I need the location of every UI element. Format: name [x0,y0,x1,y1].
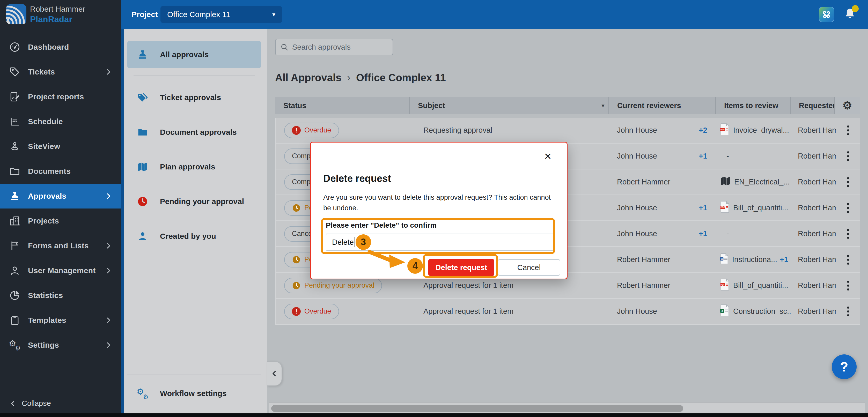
kebab-menu-icon[interactable] [845,200,851,215]
more-reviewers-badge[interactable]: +1 [699,152,707,160]
sidebar-item-document-approvals[interactable]: Document approvals [127,119,261,146]
requester-cell: Robert Hammer [792,229,836,238]
workflow-gears-icon: ⚙⚙ [137,387,149,399]
sidebar-item-tickets[interactable]: Tickets [0,60,121,84]
table-row[interactable]: !OverdueApproval request for 1 itemJohn … [276,299,860,325]
delete-request-button[interactable]: Delete request [428,259,494,276]
items-to-review-cell: EN_Electrical_... [717,175,792,189]
item-file-name[interactable]: Bill_of_quantiti... [733,281,788,290]
kebab-menu-icon[interactable] [845,304,851,319]
sidebar-item-user-management[interactable]: User Management [0,258,121,283]
more-reviewers-badge[interactable]: +1 [699,203,707,212]
planradar-logo-icon[interactable] [6,4,26,24]
sidebar-item-label: Schedule [28,117,63,126]
requester-cell: Robert Hammer [792,126,836,134]
subject-cell[interactable]: Approval request for 1 item [410,307,610,316]
item-file-name[interactable]: EN_Electrical_... [734,178,789,186]
delete-request-modal: ✕ Delete request Are you sure you want t… [310,142,567,279]
kebab-menu-icon[interactable] [845,174,851,189]
scrollbar-thumb[interactable] [271,405,683,412]
sidebar-item-projects[interactable]: Projects [0,208,121,233]
sidebar-item-siteview[interactable]: SiteView [0,134,121,159]
project-selector-value: Office Complex 11 [167,10,230,19]
search-box[interactable] [275,39,393,55]
column-header-current-reviewers[interactable]: Current reviewers [609,97,716,114]
sidebar-collapse-button[interactable]: Collapse [9,399,51,408]
horizontal-scrollbar[interactable] [269,403,865,413]
more-reviewers-badge[interactable]: +1 [699,229,707,238]
overdue-alert-icon: ! [292,126,301,135]
help-button[interactable]: ? [832,354,857,379]
more-reviewers-badge[interactable]: +2 [699,126,707,134]
item-file-name[interactable]: Invoice_drywal... [733,126,789,134]
notifications-bell-icon[interactable] [843,7,858,22]
table-row[interactable]: !OverdueRequesting approvalJohn House+2P… [276,118,860,143]
chevron-right-icon [104,192,112,200]
column-header-subject[interactable]: Subject ▾ [410,97,609,114]
sidebar-item-schedule[interactable]: Schedule [0,109,121,134]
chevron-right-icon: › [347,72,350,83]
item-file-name[interactable]: Construction_sc... [733,307,792,316]
project-selector[interactable]: Office Complex 11 ▾ [160,6,282,23]
status-badge: !Overdue [284,123,339,138]
svg-text:PDF: PDF [720,284,725,286]
kebab-menu-icon[interactable] [845,149,851,163]
pending-clock-icon [292,255,301,264]
gauge-icon [9,41,21,53]
items-to-review-cell: PDFBill_of_quantiti... [717,201,792,215]
sidebar-item-documents[interactable]: Documents [0,159,121,184]
sidebar-item-approvals[interactable]: Approvals [0,184,121,208]
sidebar-item-workflow-settings[interactable]: ⚙⚙ Workflow settings [127,380,261,407]
item-file-name[interactable]: Bill_of_quantiti... [733,203,788,212]
sidebar-item-label: Project reports [28,92,84,101]
chevron-right-icon [104,242,112,250]
sidebar-item-all-approvals[interactable]: All approvals [127,41,261,68]
reviewers-cell: Robert Hammer [610,281,717,290]
reviewer-name: Robert Hammer [617,255,670,264]
sidebar-item-forms-and-lists[interactable]: Forms and Lists [0,233,121,258]
reviewer-name: Robert Hammer [617,178,670,186]
brand-name: PlanRadar [30,14,72,24]
chevron-right-icon [104,68,112,76]
sidebar-item-templates[interactable]: Templates [0,308,121,333]
sidebar-item-statistics[interactable]: Statistics [0,283,121,308]
reviewers-cell: John House+1 [610,152,717,160]
sidebar-item-label: Tickets [28,67,55,76]
gear-icon[interactable]: ⚙ [842,100,852,111]
item-file-name[interactable]: Instructiona... [732,255,777,264]
sidebar-item-dashboard[interactable]: Dashboard [0,35,121,60]
panel-collapse-tab[interactable] [267,361,282,386]
pdf-file-icon: PDF [720,123,730,137]
sidebar-item-label: Projects [28,217,59,225]
kebab-menu-icon[interactable] [845,278,851,293]
sidebar-item-label: Created by you [160,232,216,240]
connect-app-icon[interactable] [819,7,834,22]
column-header-items-to-review[interactable]: Items to review [716,97,790,114]
subject-cell[interactable]: Approval request for 1 item [410,281,610,290]
sidebar-item-ticket-approvals[interactable]: Ticket approvals [127,84,261,111]
sidebar-item-plan-approvals[interactable]: Plan approvals [127,153,261,181]
sidebar-item-settings[interactable]: ⚙⚙Settings [0,333,121,357]
subject-cell[interactable]: Requesting approval [410,126,610,134]
sidebar-item-label: Forms and Lists [28,242,89,250]
close-icon[interactable]: ✕ [544,152,552,161]
breadcrumb-current: Office Complex 11 [356,72,446,84]
kebab-menu-icon[interactable] [845,226,851,241]
sidebar-item-pending-your-approval[interactable]: Pending your approval [127,188,261,215]
requester-cell: Robert Hammer [792,281,836,290]
cancel-button[interactable]: Cancel [498,259,560,276]
sort-caret-icon[interactable]: ▾ [602,102,604,109]
more-items-badge[interactable]: +1 [780,255,788,264]
clipboard-icon [9,314,21,326]
items-to-review-cell: PDFBill_of_quantiti... [717,278,792,293]
kebab-menu-icon[interactable] [845,252,851,267]
sidebar-item-created-by-you[interactable]: Created by you [127,222,261,250]
sidebar-item-label: Dashboard [28,43,69,52]
column-header-requester[interactable]: Requester [790,97,835,114]
kebab-menu-icon[interactable] [845,123,851,138]
delete-confirm-input[interactable]: Delete [326,233,555,251]
breadcrumb-parent[interactable]: All Approvals [275,72,341,84]
search-input[interactable] [292,43,388,52]
sidebar-item-project-reports[interactable]: Project reports [0,84,121,109]
column-header-status[interactable]: Status [275,97,410,114]
